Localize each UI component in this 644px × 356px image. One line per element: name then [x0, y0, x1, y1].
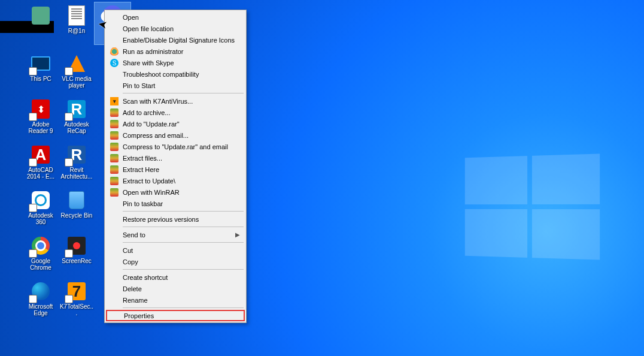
menu-item-label: Send to: [123, 231, 145, 239]
menu-item-label: Scan with K7AntiVirus...: [123, 98, 193, 105]
menu-item-open[interactable]: Open: [106, 11, 245, 23]
menu-item-label: Extract Here: [123, 166, 159, 173]
menu-item-label: Compress to "Update.rar" and email: [123, 143, 228, 150]
menu-item-add-to-update-rar[interactable]: Add to "Update.rar": [106, 118, 245, 129]
menu-item-label: Compress and email...: [123, 132, 189, 139]
rar-icon: [110, 176, 119, 186]
menu-item-label: Share with Skype: [123, 59, 174, 67]
menu-item-extract-here[interactable]: Extract Here: [106, 164, 245, 175]
context-menu: OpenOpen file locationEnable/Disable Dig…: [104, 10, 247, 323]
desktop-icon-text-file[interactable]: R@1n: [59, 2, 95, 44]
menu-item-label: Rename: [123, 297, 148, 304]
menu-item-troubleshoot-compatibility[interactable]: Troubleshoot compatibility: [106, 68, 245, 80]
desktop-icon-screenrec[interactable]: ScreenRec: [59, 233, 95, 274]
menu-item-label: Add to "Update.rar": [123, 120, 180, 128]
menu-item-label: Copy: [123, 258, 138, 266]
menu-item-run-as-administrator[interactable]: Run as administrator: [106, 46, 245, 57]
desktop-icon-vlc[interactable]: VLC media player: [59, 50, 95, 92]
menu-item-compress-and-email[interactable]: Compress and email...: [106, 129, 245, 141]
menu-separator: [123, 211, 244, 212]
menu-item-send-to[interactable]: Send to▶: [106, 229, 245, 240]
desktop-icon-k7[interactable]: 7 K7TotalSec...: [59, 278, 95, 320]
desktop-icon-autodesk360[interactable]: Autodesk 360: [23, 187, 59, 229]
menu-item-label: Add to archive...: [123, 109, 171, 116]
menu-item-label: Pin to taskbar: [123, 200, 163, 207]
menu-item-label: Cut: [123, 247, 133, 254]
menu-item-properties[interactable]: Properties: [106, 310, 245, 321]
menu-item-open-with-winrar[interactable]: Open with WinRAR: [106, 186, 245, 198]
desktop-icon-edge[interactable]: Microsoft Edge: [23, 278, 59, 320]
menu-item-label: Extract to Update\: [123, 177, 175, 185]
rar-icon: [110, 142, 119, 152]
menu-item-delete[interactable]: Delete: [106, 283, 245, 294]
rar-icon: [110, 188, 119, 197]
k7-icon: ▾: [110, 96, 119, 106]
menu-item-label: Open with WinRAR: [123, 189, 180, 196]
menu-item-rename[interactable]: Rename: [106, 294, 245, 306]
desktop-icon-autocad[interactable]: A AutoCAD 2014 - E...: [23, 141, 59, 183]
menu-item-label: Restore previous versions: [123, 216, 199, 223]
menu-item-scan-with-k7antivirus[interactable]: ▾Scan with K7AntiVirus...: [106, 95, 245, 107]
rar-icon: [110, 119, 119, 129]
rar-icon: [110, 165, 119, 174]
desktop[interactable]: R@1n ⬤⬤ This PC ⬍ Adobe Reader 9 A AutoC…: [0, 0, 644, 356]
desktop-icon-revit[interactable]: R Revit Architectu...: [59, 141, 95, 183]
menu-item-label: Pin to Start: [123, 82, 155, 89]
menu-item-open-file-location[interactable]: Open file location: [106, 23, 245, 34]
menu-separator: [123, 307, 244, 308]
rar-icon: [110, 108, 119, 117]
desktop-icon-chrome[interactable]: Google Chrome: [23, 233, 59, 274]
windows-logo: [465, 153, 600, 260]
rar-icon: [110, 131, 119, 140]
menu-item-create-shortcut[interactable]: Create shortcut: [106, 271, 245, 283]
shield-icon: [110, 47, 119, 56]
menu-item-label: Open: [123, 14, 139, 21]
rar-icon: [110, 153, 119, 163]
menu-item-label: Properties: [124, 312, 154, 319]
menu-item-label: Open file location: [123, 25, 174, 32]
desktop-icon-recycle-bin[interactable]: Recycle Bin: [59, 187, 95, 229]
menu-item-pin-to-taskbar[interactable]: Pin to taskbar: [106, 198, 245, 209]
menu-item-extract-files[interactable]: Extract files...: [106, 152, 245, 164]
skype-icon: S: [110, 58, 119, 68]
menu-item-label: Extract files...: [123, 155, 162, 162]
desktop-icon-user[interactable]: [23, 2, 59, 44]
submenu-arrow-icon: ▶: [235, 231, 240, 238]
menu-separator: [123, 269, 244, 270]
menu-item-copy[interactable]: Copy: [106, 256, 245, 267]
menu-item-cut[interactable]: Cut: [106, 245, 245, 256]
menu-separator: [123, 93, 244, 93]
menu-item-restore-previous-versions[interactable]: Restore previous versions: [106, 213, 245, 225]
menu-separator: [123, 227, 244, 227]
menu-item-label: Delete: [123, 285, 142, 292]
menu-item-label: Run as administrator: [123, 48, 184, 55]
menu-item-pin-to-start[interactable]: Pin to Start: [106, 80, 245, 91]
menu-item-compress-to-update-rar-and-email[interactable]: Compress to "Update.rar" and email: [106, 141, 245, 152]
desktop-icon-this-pc[interactable]: This PC: [23, 50, 59, 92]
menu-item-extract-to-update[interactable]: Extract to Update\: [106, 175, 245, 186]
menu-item-label: Create shortcut: [123, 274, 168, 281]
menu-item-add-to-archive[interactable]: Add to archive...: [106, 107, 245, 118]
menu-item-label: Enable/Disable Digital Signature Icons: [123, 37, 235, 44]
desktop-icon-adobe-reader[interactable]: ⬍ Adobe Reader 9: [23, 96, 59, 138]
menu-item-label: Troubleshoot compatibility: [123, 71, 199, 78]
menu-item-share-with-skype[interactable]: SShare with Skype: [106, 57, 245, 68]
desktop-icon-recap[interactable]: R Autodesk ReCap: [59, 96, 95, 138]
menu-separator: [123, 242, 244, 243]
menu-item-enable-disable-digital-signature-icons[interactable]: Enable/Disable Digital Signature Icons: [106, 34, 245, 46]
